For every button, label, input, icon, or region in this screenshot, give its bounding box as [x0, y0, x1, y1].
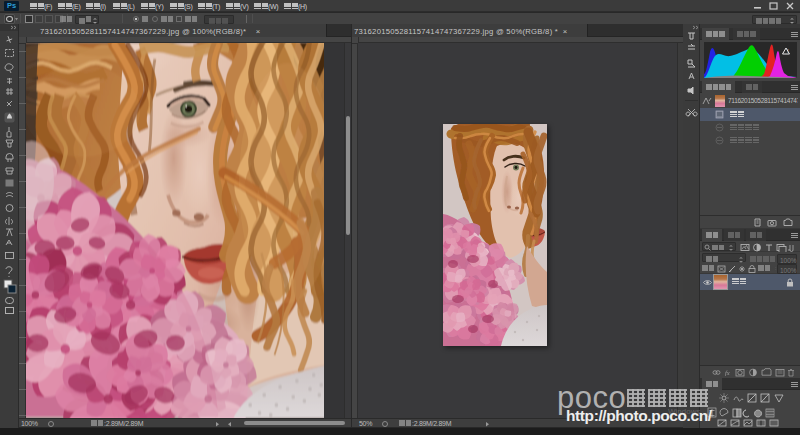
svg-text:!: !	[787, 49, 788, 54]
svg-text:fx: fx	[725, 369, 730, 376]
